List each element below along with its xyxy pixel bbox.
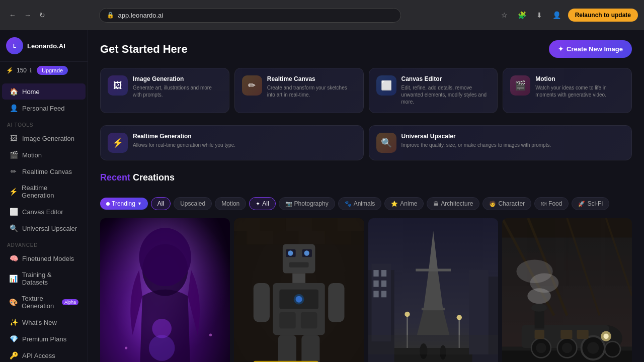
image-cell-2[interactable]: FREE USERS	[234, 218, 364, 362]
feature-card-motion[interactable]: 🎬 Motion Watch your ideas come to life i…	[503, 68, 632, 113]
feature-card-realtime-canvas[interactable]: ✏ Realtime Canvas Create and transform y…	[234, 68, 364, 113]
filter-tab-anime-label: Anime	[400, 200, 417, 207]
sidebar-item-home[interactable]: 🏠 Home	[2, 83, 86, 100]
bookmark-button[interactable]: ☆	[498, 9, 511, 21]
forward-button[interactable]: →	[21, 9, 34, 21]
sidebar-item-finetuned-models[interactable]: 🧠 Finetuned Models	[2, 250, 86, 266]
canvas-icon: ✏	[9, 167, 18, 175]
feature-title: Universal Upscaler	[401, 133, 551, 140]
filter-tab-motion-label: Motion	[221, 200, 239, 207]
filter-tab-photography-label: Photography	[294, 200, 329, 207]
feature-icon-canvas-editor: ⬜	[376, 75, 396, 96]
feature-icon-image-generation: 🖼	[108, 75, 128, 96]
relaunch-button[interactable]: Relaunch to update	[568, 9, 638, 22]
svg-rect-37	[301, 312, 317, 328]
sidebar-item-texture-generation[interactable]: 🎨 Texture Generation Alpha	[2, 291, 86, 314]
sidebar-label-universal-upscaler: Universal Upscaler	[22, 225, 77, 232]
section-creations-text: Creations	[133, 172, 175, 183]
editor-icon: ⬜	[9, 208, 18, 216]
sidebar-label-texture-generation: Texture Generation	[22, 295, 56, 310]
profile-button[interactable]: 👤	[549, 9, 564, 21]
tokens-row: ⚡ 150 ℹ Upgrade	[0, 62, 88, 79]
sidebar-item-training-datasets[interactable]: 📊 Training & Datasets	[2, 267, 86, 290]
create-new-image-button[interactable]: ✦ Create New Image	[549, 40, 632, 58]
extensions-button[interactable]: 🧩	[515, 9, 529, 21]
feature-title: Canvas Editor	[401, 75, 491, 82]
sidebar-label-api-access: API Access	[22, 352, 55, 359]
sidebar-item-realtime-canvas[interactable]: ✏ Realtime Canvas	[2, 163, 86, 179]
svg-rect-21	[283, 244, 315, 273]
svg-rect-17	[247, 231, 273, 244]
sidebar-item-realtime-generation[interactable]: ⚡ Realtime Generation	[2, 180, 86, 203]
feature-card-image-generation[interactable]: 🖼 Image Generation Generate art, illustr…	[100, 68, 229, 113]
feature-desc: Create and transform your sketches into …	[267, 84, 356, 99]
filter-tab-all-cat[interactable]: ✦ All	[249, 197, 275, 210]
filter-tab-animals[interactable]: 🐾 Animals	[338, 197, 382, 210]
filter-tab-motion[interactable]: Motion	[215, 197, 246, 210]
feature-title: Motion	[535, 75, 624, 82]
image-gen-icon: 🖼	[9, 134, 18, 142]
sidebar-item-personal-feed[interactable]: 👤 Personal Feed	[2, 100, 86, 116]
feature-card-canvas-editor[interactable]: ⬜ Canvas Editor Edit, refine, add detail…	[369, 68, 498, 113]
filter-tab-character[interactable]: 🧑 Character	[482, 197, 531, 210]
features-grid-bottom: ⚡ Realtime Generation Allows for real-ti…	[100, 125, 632, 160]
filter-tab-trending[interactable]: Trending ▼	[100, 198, 148, 210]
sidebar-label-premium-plans: Premium Plans	[22, 335, 66, 343]
sidebar-label-realtime-generation: Realtime Generation	[22, 184, 78, 199]
filter-tab-anime[interactable]: ⭐ Anime	[384, 197, 424, 210]
feature-icon-motion: 🎬	[510, 75, 530, 96]
filter-tab-architecture[interactable]: 🏛 Architecture	[427, 197, 479, 210]
filter-tab-sci-fi[interactable]: 🚀 Sci-Fi	[572, 197, 609, 210]
svg-rect-26	[289, 262, 309, 267]
svg-rect-52	[373, 281, 378, 287]
sidebar-item-motion[interactable]: 🎬 Motion	[2, 147, 86, 163]
feature-title: Image Generation	[133, 75, 222, 82]
upgrade-button[interactable]: Upgrade	[37, 66, 68, 75]
feature-desc: Generate art, illustrations and more wit…	[133, 84, 222, 99]
new-icon: ✨	[9, 318, 18, 326]
logo-name: Leonardo.AI	[27, 42, 65, 50]
svg-point-24	[288, 250, 293, 255]
filter-tab-scifi-label: Sci-Fi	[587, 200, 603, 207]
svg-point-91	[603, 334, 608, 339]
sidebar-item-image-generation[interactable]: 🖼 Image Generation	[2, 130, 86, 146]
svg-rect-50	[373, 270, 378, 277]
filter-tab-photography[interactable]: 📷 Photography	[279, 197, 335, 210]
motion-icon: 🎬	[9, 151, 18, 159]
image-cell-3[interactable]	[368, 218, 498, 362]
feature-title: Realtime Canvas	[267, 75, 356, 82]
download-button[interactable]: ⬇	[533, 9, 545, 21]
feature-card-universal-upscaler[interactable]: 🔍 Universal Upscaler Improve the quality…	[369, 125, 632, 160]
svg-rect-15	[312, 218, 338, 231]
browser-nav-buttons: ← → ↻	[6, 9, 48, 21]
sidebar-item-canvas-editor[interactable]: ⬜ Canvas Editor	[2, 204, 86, 220]
sidebar-item-whats-new[interactable]: ✨ What's New	[2, 314, 86, 330]
svg-point-80	[562, 343, 573, 353]
svg-rect-14	[286, 218, 312, 231]
feature-card-realtime-generation[interactable]: ⚡ Realtime Generation Allows for real-ti…	[100, 125, 364, 160]
refresh-button[interactable]: ↻	[36, 9, 48, 21]
sidebar-item-premium-plans[interactable]: 💎 Premium Plans	[2, 331, 86, 347]
filter-tab-all[interactable]: All	[151, 197, 171, 210]
filter-tab-food[interactable]: 🍽 Food	[534, 197, 569, 210]
image-cell-1[interactable]	[100, 218, 230, 362]
back-button[interactable]: ←	[6, 9, 19, 21]
food-icon: 🍽	[541, 201, 546, 207]
filter-tab-character-label: Character	[498, 200, 525, 207]
sidebar-item-universal-upscaler[interactable]: 🔍 Universal Upscaler	[2, 220, 86, 236]
filter-tab-upscaled[interactable]: Upscaled	[174, 197, 212, 210]
feature-icon-realtime-canvas: ✏	[242, 75, 262, 96]
svg-point-5	[149, 335, 175, 361]
section-title: Recent Creations	[100, 172, 175, 183]
feature-text-universal-upscaler: Universal Upscaler Improve the quality, …	[401, 133, 551, 149]
finetuned-icon: 🧠	[9, 254, 18, 262]
address-bar[interactable]: 🔒 app.leonardo.ai	[99, 8, 401, 23]
sidebar-logo: L Leonardo.AI	[0, 30, 88, 62]
svg-point-61	[456, 315, 461, 320]
sidebar-item-api-access[interactable]: 🔑 API Access	[2, 347, 86, 362]
token-icon: ⚡	[6, 67, 14, 74]
svg-rect-19	[299, 231, 325, 244]
svg-rect-36	[280, 312, 296, 328]
upscaler-icon: 🔍	[9, 224, 18, 232]
image-cell-4[interactable]	[502, 218, 632, 362]
